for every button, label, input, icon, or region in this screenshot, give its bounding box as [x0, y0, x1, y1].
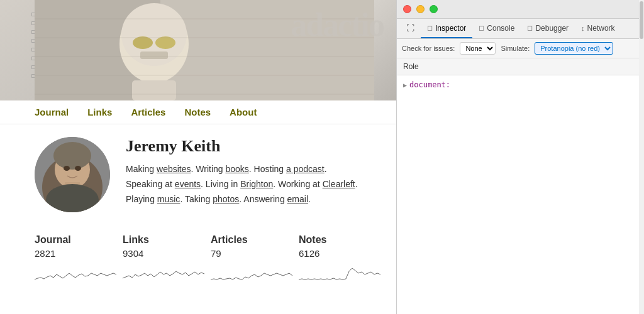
svg-point-20 [75, 166, 81, 171]
profile-bio: Making websites. Writing books. Hosting … [126, 162, 362, 207]
check-issues-select[interactable]: None [460, 42, 496, 55]
devtools-titlebar [397, 0, 644, 19]
dom-document-row[interactable]: ▶ document: [403, 78, 638, 91]
nav-about[interactable]: About [230, 107, 257, 117]
maximize-button[interactable] [430, 5, 438, 13]
nav-journal[interactable]: Journal [35, 107, 69, 117]
nav-articles[interactable]: Articles [131, 107, 165, 117]
svg-rect-7 [132, 80, 176, 100]
sparkline-links [123, 262, 204, 281]
svg-point-5 [155, 36, 175, 49]
network-icon: ↕ [581, 24, 585, 32]
simulate-label: Simulate: [501, 45, 530, 52]
inspector-icon: ◻ [427, 24, 433, 32]
dom-arrow-icon: ▶ [403, 82, 407, 89]
link-clearleft[interactable]: Clearleft [323, 179, 355, 189]
profile-name: Jeremy Keith [126, 137, 362, 156]
stat-links-count: 9304 [123, 248, 204, 259]
tab-network-label: Network [587, 24, 615, 33]
dom-document-label: document: [409, 80, 450, 89]
picker-icon: ⛶ [406, 23, 414, 33]
stat-journal-count: 2821 [35, 248, 116, 259]
devtools-panel: ⛶ ◻ Inspector ◻ Console ◻ Debugger ↕ Net… [396, 0, 644, 314]
profile-section: Jeremy Keith Making websites. Writing bo… [0, 124, 396, 225]
link-events[interactable]: events [175, 179, 201, 189]
site-nav: Journal Links Articles Notes About [0, 100, 396, 124]
check-issues-label: Check for issues: [402, 45, 455, 52]
tab-inspector-label: Inspector [435, 24, 466, 33]
tab-network[interactable]: ↕ Network [575, 19, 621, 38]
tab-console-label: Console [487, 24, 514, 33]
link-brighton[interactable]: Brighton [240, 179, 273, 189]
stats-section: Journal 2821 Links 9304 Articles 79 Note… [0, 225, 396, 283]
stat-articles-label: Articles [211, 234, 292, 246]
tab-console[interactable]: ◻ Console [472, 19, 521, 38]
stat-links-label: Links [123, 234, 204, 246]
stat-links: Links 9304 [123, 234, 211, 283]
main-website: adactio Journal Links Articles Notes Abo… [0, 0, 396, 314]
simulate-select[interactable]: Protanopia (no red) [535, 42, 613, 55]
stat-articles: Articles 79 [211, 234, 299, 283]
svg-point-19 [64, 166, 70, 171]
role-label: Role [397, 58, 644, 75]
devtools-content: ▶ document: [397, 75, 644, 314]
profile-text: Jeremy Keith Making websites. Writing bo… [126, 137, 362, 207]
link-music[interactable]: music [157, 194, 180, 204]
svg-point-16 [53, 142, 91, 170]
stat-notes: Notes 6126 [299, 234, 387, 283]
link-websites[interactable]: websites [157, 164, 191, 174]
link-podcast[interactable]: a podcast [286, 164, 325, 174]
tab-debugger-label: Debugger [535, 24, 569, 33]
site-header: adactio [0, 0, 396, 100]
link-books[interactable]: books [225, 164, 248, 174]
console-icon: ◻ [479, 24, 484, 32]
devtools-tabs: ⛶ ◻ Inspector ◻ Console ◻ Debugger ↕ Net… [397, 19, 644, 39]
tab-picker[interactable]: ⛶ [400, 19, 421, 38]
link-photos[interactable]: photos [213, 194, 239, 204]
nav-notes[interactable]: Notes [184, 107, 211, 117]
avatar [35, 137, 110, 212]
sparkline-articles [211, 262, 292, 281]
stat-journal-label: Journal [35, 234, 116, 246]
debugger-icon: ◻ [527, 24, 533, 32]
sparkline-notes [299, 262, 380, 281]
tab-inspector[interactable]: ◻ Inspector [421, 19, 472, 38]
stat-articles-count: 79 [211, 248, 292, 259]
svg-point-4 [133, 36, 153, 49]
scrollbar[interactable] [639, 0, 644, 314]
link-email[interactable]: email [287, 194, 308, 204]
minimize-button[interactable] [416, 5, 425, 13]
close-button[interactable] [403, 5, 411, 13]
site-logo: adactio [291, 6, 384, 43]
stat-notes-label: Notes [299, 234, 380, 246]
svg-rect-6 [140, 51, 168, 59]
stat-journal: Journal 2821 [35, 234, 123, 283]
tab-debugger[interactable]: ◻ Debugger [521, 19, 575, 38]
scrollbar-thumb[interactable] [640, 1, 643, 39]
sparkline-journal [35, 262, 116, 281]
stat-notes-count: 6126 [299, 248, 380, 259]
nav-links[interactable]: Links [87, 107, 112, 117]
devtools-toolbar: Check for issues: None Simulate: Protano… [397, 39, 644, 58]
